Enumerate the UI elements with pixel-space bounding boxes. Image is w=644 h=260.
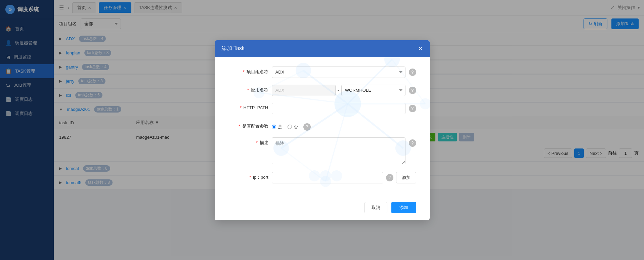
required-marker: * bbox=[239, 124, 240, 129]
modal-close-button[interactable]: ✕ bbox=[418, 45, 423, 52]
required-marker: * bbox=[243, 69, 245, 74]
desc-field-label: * 描述 bbox=[228, 137, 268, 146]
radio-no-label: 否 bbox=[294, 124, 298, 130]
http-path-input[interactable] bbox=[272, 103, 405, 114]
form-row-project: * 项目组名称 ADX ? bbox=[228, 67, 416, 78]
desc-textarea[interactable] bbox=[272, 137, 405, 164]
project-field-label: * 项目组名称 bbox=[228, 67, 268, 75]
form-row-desc: * 描述 ? bbox=[228, 137, 416, 165]
ipport-help-icon[interactable]: ? bbox=[386, 174, 393, 181]
required-marker: * bbox=[256, 140, 258, 145]
project-field-control: ADX bbox=[272, 67, 405, 78]
svg-point-2 bbox=[384, 57, 399, 67]
appname-field-label: * 应用名称 bbox=[228, 85, 268, 93]
radio-yes[interactable]: 是 bbox=[272, 124, 282, 130]
project-help-icon[interactable]: ? bbox=[409, 69, 416, 76]
required-marker: * bbox=[249, 175, 251, 180]
modal-title: 添加 Task bbox=[221, 45, 245, 52]
app-name-separator: - bbox=[338, 87, 339, 93]
modal-footer: 取消 添加 bbox=[215, 197, 430, 220]
app-name-left-input[interactable] bbox=[272, 85, 336, 96]
ipport-field-label: * ip：port bbox=[228, 172, 268, 180]
config-help-icon[interactable]: ? bbox=[303, 123, 311, 131]
ipport-row: ? 添加 bbox=[272, 172, 416, 183]
modal-overlay[interactable]: 添加 Task ✕ bbox=[0, 0, 644, 260]
config-field-control: 是 否 ? bbox=[272, 121, 416, 131]
form-row-ipport: * ip：port ? 添加 bbox=[228, 172, 416, 183]
desc-help-icon[interactable]: ? bbox=[409, 139, 416, 147]
required-marker: * bbox=[247, 87, 249, 92]
config-field-label: * 是否配置参数 bbox=[228, 121, 268, 129]
project-group-field-select[interactable]: ADX bbox=[272, 67, 405, 78]
appname-help-icon[interactable]: ? bbox=[409, 87, 416, 94]
form-row-httppath: * HTTP_PATH ? bbox=[228, 103, 416, 114]
svg-line-16 bbox=[392, 59, 425, 104]
app-name-right-select[interactable]: WORMHOLE bbox=[341, 85, 405, 96]
httppath-field-label: * HTTP_PATH bbox=[228, 103, 268, 110]
httppath-help-icon[interactable]: ? bbox=[409, 105, 416, 112]
form-row-appname: * 应用名称 - WORMHOLE ? bbox=[228, 85, 416, 96]
svg-point-6 bbox=[420, 98, 430, 109]
ip-port-input[interactable] bbox=[272, 172, 383, 183]
modal-header: 添加 Task ✕ bbox=[215, 40, 430, 57]
desc-field-control bbox=[272, 137, 405, 165]
submit-button[interactable]: 添加 bbox=[391, 202, 416, 213]
svg-line-9 bbox=[348, 59, 392, 104]
required-marker: * bbox=[240, 105, 242, 110]
modal-body: * 项目组名称 ADX ? * 应用名称 - bbox=[215, 57, 430, 197]
cancel-button[interactable]: 取消 bbox=[364, 202, 387, 213]
form-row-config: * 是否配置参数 是 否 ? bbox=[228, 121, 416, 131]
appname-row: - WORMHOLE bbox=[272, 85, 405, 96]
ip-add-button[interactable]: 添加 bbox=[396, 172, 416, 183]
radio-group-config: 是 否 ? bbox=[272, 121, 416, 131]
add-task-modal: 添加 Task ✕ bbox=[215, 40, 430, 220]
radio-no[interactable]: 否 bbox=[288, 124, 298, 130]
httppath-field-control bbox=[272, 103, 405, 114]
radio-no-input[interactable] bbox=[288, 125, 292, 129]
radio-yes-input[interactable] bbox=[272, 125, 276, 129]
radio-yes-label: 是 bbox=[278, 124, 282, 130]
